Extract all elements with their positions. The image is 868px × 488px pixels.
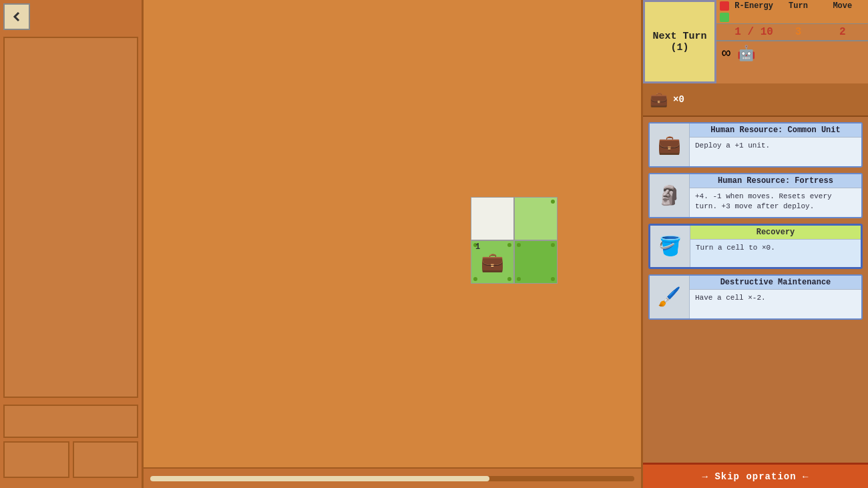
card-recovery[interactable]: 🪣 Recovery Turn a cell to ×0. — [648, 224, 863, 269]
turn-header: Turn — [776, 1, 820, 22]
card-recovery-icon: 🪣 — [650, 226, 690, 267]
grid-cell-1-1[interactable] — [514, 240, 558, 284]
move-header: Move — [821, 1, 865, 22]
resource-area: 💼 ×0 — [643, 83, 868, 117]
next-turn-label: Next Turn — [652, 31, 706, 42]
resource-bag-icon: 💼 — [650, 91, 668, 109]
cell-dot-br — [551, 277, 555, 281]
right-top-section: Next Turn (1) R-Energy Turn Move 1 / 10 … — [643, 0, 868, 83]
turn-value: 3 — [776, 26, 820, 38]
grid-row-0 — [471, 197, 558, 240]
card-destructive[interactable]: 🖌️ Destructive Maintenance Have a cell ×… — [648, 274, 863, 320]
card-destructive-icon: 🖌️ — [650, 276, 690, 318]
skip-label: → Skip opration ← — [702, 471, 809, 482]
move-value: 2 — [821, 26, 865, 38]
card-fortress-title: Human Resource: Fortress — [690, 174, 861, 188]
infinity-icon: ∞ — [722, 45, 730, 62]
grid-cell-0-0[interactable] — [471, 197, 514, 240]
card-fortress-desc: +4. -1 when moves. Resets every turn. +3… — [690, 188, 861, 216]
skip-operation-button[interactable]: → Skip opration ← — [643, 463, 868, 488]
cell-dot-tr — [551, 243, 555, 247]
card-destructive-content: Destructive Maintenance Have a cell ×-2. — [690, 276, 861, 318]
card-destructive-desc: Have a cell ×-2. — [690, 290, 861, 306]
cell-dot-bl — [517, 277, 521, 281]
card-recovery-content: Recovery Turn a cell to ×0. — [690, 226, 861, 267]
sidebar-bottom-top-panel — [3, 405, 138, 438]
green-indicator — [720, 13, 729, 22]
card-fortress-content: Human Resource: Fortress +4. -1 when mov… — [690, 174, 861, 217]
robot-icon: 🤖 — [737, 45, 755, 63]
right-panel: Next Turn (1) R-Energy Turn Move 1 / 10 … — [641, 0, 868, 488]
stats-values-row: 1 / 10 3 2 — [716, 24, 868, 41]
next-turn-sub: (1) — [670, 42, 688, 53]
scrollbar-thumb[interactable] — [150, 476, 489, 481]
cards-area: 💼 Human Resource: Common Unit Deploy a +… — [643, 117, 868, 463]
cell-dot-bl — [473, 277, 477, 281]
stats-header: R-Energy Turn Move — [716, 0, 868, 24]
right-stats-panel: R-Energy Turn Move 1 / 10 3 2 ∞ 🤖 — [716, 0, 868, 83]
cards-empty-space — [648, 325, 863, 457]
cell-dot-tr — [551, 200, 555, 204]
card-fortress-icon: 🗿 — [650, 174, 690, 217]
grid-row-1: 1 💼 — [471, 240, 558, 284]
card-common-unit-content: Human Resource: Common Unit Deploy a +1 … — [690, 124, 861, 166]
card-recovery-title: Recovery — [690, 226, 861, 240]
game-grid: 1 💼 — [471, 197, 558, 284]
card-common-unit-title: Human Resource: Common Unit — [690, 124, 861, 138]
resource-value: ×0 — [673, 94, 684, 105]
sidebar-bottom-left — [3, 441, 69, 478]
scrollbar-area[interactable] — [144, 467, 641, 488]
left-sidebar — [0, 0, 144, 488]
card-common-unit-icon: 💼 — [650, 124, 690, 166]
sidebar-bottom — [3, 405, 138, 485]
next-turn-button[interactable]: Next Turn (1) — [643, 0, 716, 83]
grid-cell-0-1[interactable] — [514, 197, 558, 240]
card-common-unit[interactable]: 💼 Human Resource: Common Unit Deploy a +… — [648, 122, 863, 168]
back-button[interactable] — [3, 3, 30, 30]
sidebar-bottom-right — [73, 441, 139, 478]
main-game-area: 1 💼 — [144, 0, 641, 467]
card-common-unit-desc: Deploy a +1 unit. — [690, 138, 861, 154]
red-indicator — [720, 1, 729, 11]
r-energy-header: R-Energy — [732, 1, 776, 22]
stats-icons-row: ∞ 🤖 — [716, 41, 868, 66]
cell-dot-tr — [507, 243, 511, 247]
sidebar-bottom-row — [3, 441, 138, 478]
card-fortress[interactable]: 🗿 Human Resource: Fortress +4. -1 when m… — [648, 173, 863, 218]
r-energy-value: 1 / 10 — [732, 26, 776, 38]
card-recovery-desc: Turn a cell to ×0. — [690, 240, 861, 256]
sidebar-main-panel — [3, 37, 138, 398]
grid-cell-1-0[interactable]: 1 💼 — [471, 240, 514, 284]
cell-number: 1 — [475, 242, 480, 252]
cell-dot-tl — [517, 243, 521, 247]
cell-dot-br — [507, 277, 511, 281]
card-destructive-title: Destructive Maintenance — [690, 276, 861, 290]
briefcase-unit-icon: 💼 — [481, 251, 504, 274]
scrollbar-track[interactable] — [150, 476, 634, 481]
